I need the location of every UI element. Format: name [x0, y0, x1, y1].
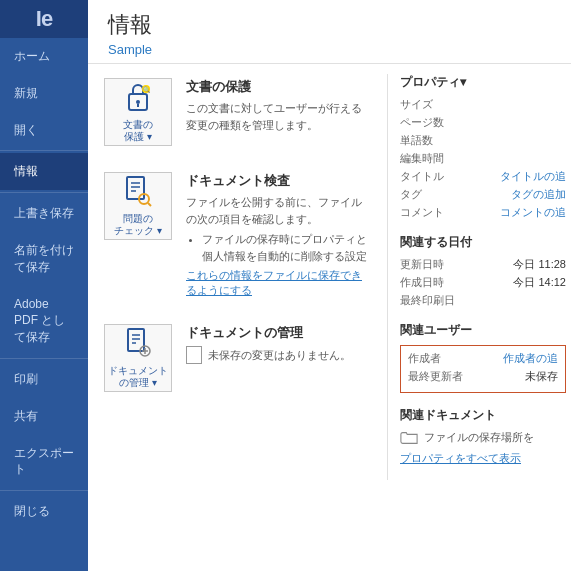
prop-label-last-editor: 最終更新者	[408, 369, 463, 384]
related-docs-folder-label: ファイルの保存場所を	[424, 430, 534, 445]
prop-label-pages: ページ数	[400, 115, 444, 130]
sidebar-item-save[interactable]: 上書き保存	[0, 195, 88, 232]
folder-icon	[400, 431, 418, 445]
actions-panel: 🔍 文書の保護 ▾ 文書の保護 この文書に対してユーザーが行える変更の種類を管理…	[88, 74, 388, 480]
prop-row-tags: タグ タグの追加	[400, 187, 566, 202]
check-bullet: ファイルの保存時にプロパティと個人情報を自動的に削除する設定	[202, 231, 371, 264]
prop-row-printed: 最終印刷日	[400, 293, 566, 308]
manage-button[interactable]: ドキュメントの管理 ▾	[104, 324, 172, 392]
page-header: 情報 Sample	[88, 0, 571, 64]
protect-content: 文書の保護 この文書に対してユーザーが行える変更の種類を管理します。	[186, 78, 371, 133]
prop-label-updated: 更新日時	[400, 257, 444, 272]
related-users-box: 作成者 作成者の追 最終更新者 未保存	[400, 345, 566, 393]
prop-value-edittime	[450, 151, 566, 166]
manage-icon	[122, 327, 154, 361]
prop-value-words	[439, 133, 566, 148]
prop-row-edittime: 編集時間	[400, 151, 566, 166]
check-content: ドキュメント検査 ファイルを公開する前に、ファイルの次の項目を確認します。 ファ…	[186, 172, 371, 298]
check-button[interactable]: 問題のチェック ▾	[104, 172, 172, 240]
protect-action: 🔍 文書の保護 ▾ 文書の保護 この文書に対してユーザーが行える変更の種類を管理…	[104, 74, 371, 150]
prop-row-title: タイトル タイトルの追	[400, 169, 566, 184]
document-name: Sample	[108, 42, 551, 57]
related-docs-section: 関連ドキュメント ファイルの保存場所を プロパティをすべて表示	[400, 407, 566, 466]
manage-title: ドキュメントの管理	[186, 324, 351, 342]
app-logo: Ie	[0, 0, 88, 38]
prop-value-last-editor: 未保存	[469, 369, 558, 384]
related-docs-item: ファイルの保存場所を	[400, 430, 566, 445]
prop-row-last-editor: 最終更新者 未保存	[408, 369, 558, 384]
prop-label-created: 作成日時	[400, 275, 444, 290]
prop-value-tags[interactable]: タグの追加	[428, 187, 566, 202]
related-dates-section: 関連する日付 更新日時 今日 11:28 作成日時 今日 14:12 最終印刷日	[400, 234, 566, 308]
prop-label-printed: 最終印刷日	[400, 293, 455, 308]
main-content: 情報 Sample 🔍	[88, 0, 571, 571]
doc-icon	[186, 346, 202, 364]
check-action: 問題のチェック ▾ ドキュメント検査 ファイルを公開する前に、ファイルの次の項目…	[104, 168, 371, 302]
main-body: 🔍 文書の保護 ▾ 文書の保護 この文書に対してユーザーが行える変更の種類を管理…	[88, 64, 571, 490]
properties-panel: プロパティ▾ サイズ ページ数 単語数 編集時間	[388, 74, 571, 480]
prop-row-comments: コメント コメントの追	[400, 205, 566, 220]
prop-row-created: 作成日時 今日 14:12	[400, 275, 566, 290]
check-description: ファイルを公開する前に、ファイルの次の項目を確認します。	[186, 194, 371, 227]
properties-title[interactable]: プロパティ▾	[400, 74, 566, 91]
related-docs-title: 関連ドキュメント	[400, 407, 566, 424]
sidebar-item-save-pdf[interactable]: Adobe PDF として保存	[0, 286, 88, 356]
protect-title: 文書の保護	[186, 78, 371, 96]
prop-label-tags: タグ	[400, 187, 422, 202]
prop-label-edittime: 編集時間	[400, 151, 444, 166]
svg-point-1	[136, 100, 140, 104]
check-icon-label: 問題のチェック ▾	[114, 213, 162, 237]
properties-section: プロパティ▾ サイズ ページ数 単語数 編集時間	[400, 74, 566, 220]
svg-text:🔍: 🔍	[143, 86, 151, 94]
related-users-title: 関連ユーザー	[400, 322, 566, 339]
sidebar-item-info[interactable]: 情報	[0, 153, 88, 190]
prop-value-comments[interactable]: コメントの追	[450, 205, 566, 220]
sidebar-item-home[interactable]: ホーム	[0, 38, 88, 75]
related-users-section: 関連ユーザー 作成者 作成者の追 最終更新者 未保存	[400, 322, 566, 393]
sidebar: Ie ホーム 新規 開く 情報 上書き保存 名前を付けて保存 Adobe PDF…	[0, 0, 88, 571]
protect-description: この文書に対してユーザーが行える変更の種類を管理します。	[186, 100, 371, 133]
prop-row-updated: 更新日時 今日 11:28	[400, 257, 566, 272]
prop-row-author: 作成者 作成者の追	[408, 351, 558, 366]
prop-row-pages: ページ数	[400, 115, 566, 130]
prop-value-pages	[450, 115, 566, 130]
prop-value-size	[439, 97, 566, 112]
inspect-icon	[122, 175, 154, 209]
all-properties-link[interactable]: プロパティをすべて表示	[400, 451, 566, 466]
protect-icon-label: 文書の保護 ▾	[123, 119, 153, 143]
manage-icon-label: ドキュメントの管理 ▾	[108, 365, 168, 389]
prop-value-created: 今日 14:12	[450, 275, 566, 290]
prop-row-words: 単語数	[400, 133, 566, 148]
prop-label-size: サイズ	[400, 97, 433, 112]
check-link[interactable]: これらの情報をファイルに保存できるようにする	[186, 269, 362, 296]
sidebar-divider-1	[0, 150, 88, 151]
sidebar-item-open[interactable]: 開く	[0, 112, 88, 149]
prop-value-author[interactable]: 作成者の追	[447, 351, 558, 366]
prop-label-comments: コメント	[400, 205, 444, 220]
manage-action: ドキュメントの管理 ▾ ドキュメントの管理 未保存の変更はありません。	[104, 320, 371, 396]
prop-label-words: 単語数	[400, 133, 433, 148]
prop-value-updated: 今日 11:28	[450, 257, 566, 272]
prop-value-printed	[461, 293, 566, 308]
sidebar-divider-3	[0, 358, 88, 359]
sidebar-divider-2	[0, 192, 88, 193]
sidebar-item-share[interactable]: 共有	[0, 398, 88, 435]
manage-sub-item: 未保存の変更はありません。	[186, 346, 351, 364]
sidebar-divider-4	[0, 490, 88, 491]
sidebar-item-new[interactable]: 新規	[0, 75, 88, 112]
sidebar-item-save-as[interactable]: 名前を付けて保存	[0, 232, 88, 286]
svg-line-10	[148, 203, 151, 206]
related-dates-title: 関連する日付	[400, 234, 566, 251]
lock-icon: 🔍	[124, 81, 152, 115]
page-title: 情報	[108, 10, 551, 40]
manage-content: ドキュメントの管理 未保存の変更はありません。	[186, 324, 351, 364]
prop-value-title[interactable]: タイトルの追	[450, 169, 566, 184]
sidebar-item-export[interactable]: エクスポート	[0, 435, 88, 489]
sidebar-item-close[interactable]: 閉じる	[0, 493, 88, 530]
check-title: ドキュメント検査	[186, 172, 371, 190]
prop-label-title: タイトル	[400, 169, 444, 184]
sidebar-item-print[interactable]: 印刷	[0, 361, 88, 398]
prop-row-size: サイズ	[400, 97, 566, 112]
protect-button[interactable]: 🔍 文書の保護 ▾	[104, 78, 172, 146]
prop-label-author: 作成者	[408, 351, 441, 366]
